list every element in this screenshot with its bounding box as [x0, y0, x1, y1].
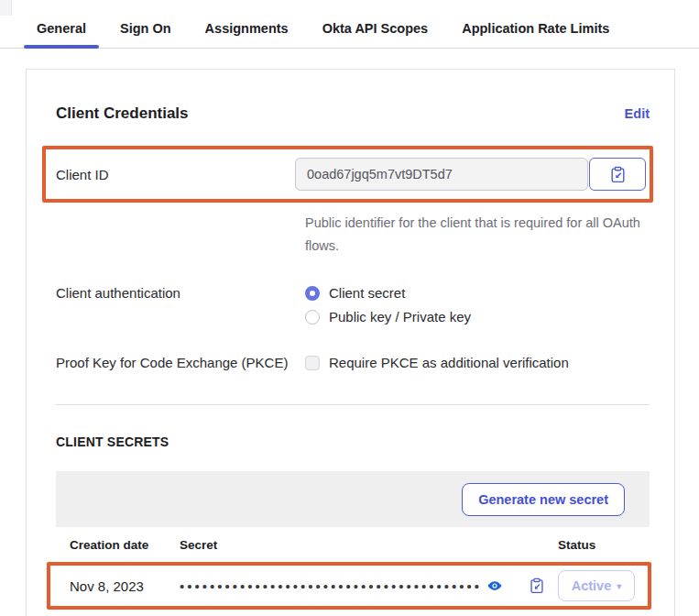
general-settings-card: Client Credentials Edit Client ID Public… — [26, 69, 675, 616]
secret-value-cell: •••••••••••••••••••••••••••••••••••••••• — [180, 578, 558, 594]
client-credentials-header: Client Credentials Edit — [56, 104, 650, 123]
client-secrets-title: CLIENT SECRETS — [56, 434, 650, 449]
header-secret: Secret — [180, 538, 558, 552]
edit-link[interactable]: Edit — [625, 106, 650, 121]
section-divider — [56, 404, 650, 405]
secrets-table-header: Creation date Secret Status — [56, 527, 650, 562]
tab-assignments[interactable]: Assignments — [192, 13, 301, 48]
pkce-row: Proof Key for Code Exchange (PKCE) Requi… — [56, 355, 650, 379]
secret-table-row: Nov 8, 2023 ••••••••••••••••••••••••••••… — [47, 562, 651, 610]
tab-application-rate-limits[interactable]: Application Rate Limits — [449, 13, 622, 48]
caret-down-icon: ▾ — [617, 581, 621, 591]
client-id-controls — [295, 158, 646, 191]
eye-icon[interactable] — [486, 578, 503, 594]
copy-secret-button[interactable] — [529, 578, 545, 594]
radio-option-client-secret[interactable]: Client secret — [305, 285, 471, 301]
header-creation-date: Creation date — [70, 538, 180, 552]
copy-client-id-button[interactable] — [589, 158, 646, 191]
generate-new-secret-button[interactable]: Generate new secret — [462, 483, 625, 516]
tab-okta-api-scopes[interactable]: Okta API Scopes — [310, 13, 442, 48]
tab-general[interactable]: General — [24, 13, 99, 48]
radio-option-label: Client secret — [329, 285, 405, 301]
tab-sign-on[interactable]: Sign On — [107, 13, 184, 48]
client-secrets-panel: Generate new secret Creation date Secret… — [56, 471, 650, 610]
masked-secret-value: •••••••••••••••••••••••••••••••••••••••• — [180, 578, 482, 594]
pkce-checkbox-option[interactable]: Require PKCE as additional verification — [305, 355, 569, 370]
client-authentication-label: Client authentication — [56, 285, 305, 333]
secrets-toolbar: Generate new secret — [56, 471, 650, 527]
client-authentication-options: Client secret Public key / Private key — [305, 285, 471, 333]
checkbox-unchecked-icon[interactable] — [305, 356, 320, 370]
status-dropdown-button[interactable]: Active ▾ — [558, 570, 635, 601]
client-id-input[interactable] — [295, 158, 588, 191]
status-label: Active — [572, 578, 612, 593]
page-corner-fragment — [0, 0, 12, 16]
radio-option-label: Public key / Private key — [329, 309, 471, 324]
client-authentication-row: Client authentication Client secret Publ… — [56, 285, 650, 333]
pkce-label: Proof Key for Code Exchange (PKCE) — [56, 355, 305, 379]
radio-option-public-private-key[interactable]: Public key / Private key — [305, 309, 471, 324]
header-status: Status — [558, 538, 650, 552]
client-credentials-title: Client Credentials — [56, 104, 189, 123]
app-tab-bar: General Sign On Assignments Okta API Sco… — [0, 0, 699, 49]
clipboard-copy-icon — [609, 166, 627, 183]
secret-status-cell: Active ▾ — [558, 570, 648, 601]
radio-selected-icon[interactable] — [305, 286, 320, 301]
secret-creation-date: Nov 8, 2023 — [70, 578, 180, 594]
pkce-option-label: Require PKCE as additional verification — [329, 355, 569, 370]
client-id-label: Client ID — [56, 167, 295, 182]
client-id-help-text: Public identifier for the client that is… — [305, 212, 646, 258]
client-id-highlight-box: Client ID — [42, 146, 653, 203]
radio-unselected-icon[interactable] — [305, 310, 320, 324]
clipboard-copy-icon — [529, 578, 545, 594]
